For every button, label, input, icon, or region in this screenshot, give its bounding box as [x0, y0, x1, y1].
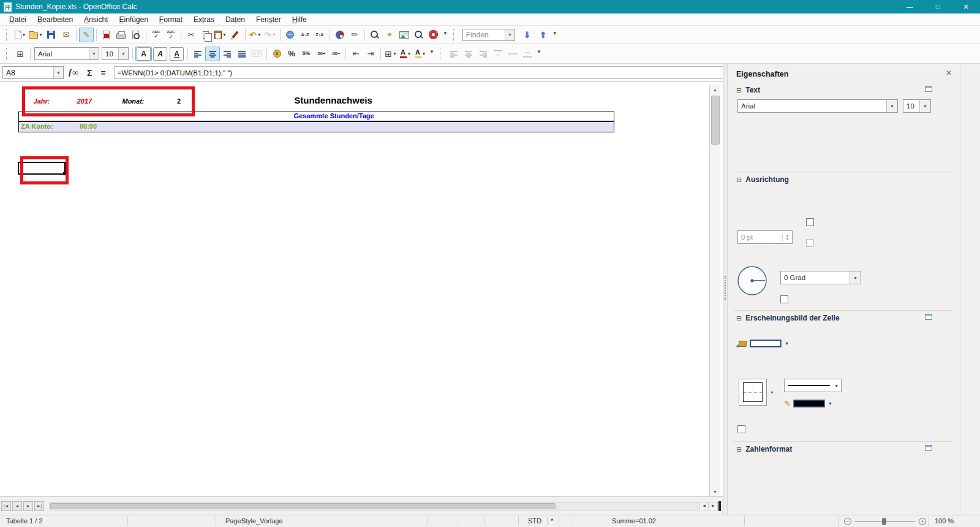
zoom-slider-thumb[interactable] — [882, 518, 886, 525]
chevron-down-icon[interactable]: ▼ — [919, 100, 930, 112]
find-input[interactable]: Finden▼ — [462, 29, 515, 41]
percent-format-button[interactable]: % — [284, 47, 299, 61]
redo-button[interactable]: ↷▼ — [263, 28, 277, 42]
name-box[interactable]: A8 ▼ — [2, 66, 64, 79]
open-button[interactable]: ▼ — [28, 28, 44, 42]
left-indent-spinner[interactable]: 0 pt ▲▼ — [737, 230, 793, 244]
close-button[interactable]: ✕ — [952, 0, 980, 13]
standard-format-button[interactable]: $% — [299, 47, 314, 61]
cell-background-dropdown[interactable]: ▼ — [739, 339, 789, 347]
scroll-right-icon[interactable]: ► — [709, 502, 718, 510]
sidebar-font-name-combo[interactable]: Arial▼ — [737, 99, 898, 113]
decrease-indent-button[interactable]: ⇤ — [349, 47, 363, 61]
zoom-slider[interactable]: − + — [844, 517, 926, 526]
stacked-checkbox[interactable] — [780, 295, 788, 303]
text-dialog-launcher-icon[interactable] — [925, 86, 932, 92]
background-color-button[interactable]: A▼ — [413, 47, 428, 61]
section-text[interactable]: ⊟Text — [736, 86, 760, 94]
object-align-right-button[interactable] — [476, 47, 491, 61]
borders-button[interactable]: ⊞▼ — [383, 47, 398, 61]
number-format-dialog-launcher-icon[interactable] — [925, 445, 932, 451]
align-center-button[interactable] — [205, 47, 220, 61]
align-left-button[interactable] — [190, 47, 205, 61]
find-previous-button[interactable]: ⇑ — [536, 28, 551, 42]
toolbar-overflow-icon[interactable]: ▼ — [429, 49, 434, 55]
menu-extras[interactable]: Extras — [188, 14, 220, 25]
toolbar-overflow-icon[interactable]: ▼ — [443, 31, 448, 36]
show-draw-functions-button[interactable]: ✏ — [347, 28, 362, 42]
currency-format-button[interactable]: $ — [270, 47, 284, 61]
font-color-button[interactable]: A▼ — [398, 47, 413, 61]
zoom-out-icon[interactable]: − — [844, 518, 851, 525]
vertical-scroll-thumb[interactable] — [711, 96, 720, 145]
save-button[interactable] — [44, 28, 59, 42]
function-wizard-icon[interactable]: ƒ∞ — [68, 68, 78, 78]
object-align-top-button[interactable] — [491, 47, 505, 61]
menu-hilfe[interactable]: Hilfe — [287, 14, 312, 25]
summary-values-band[interactable]: ZA Konto: 00:00 — [18, 121, 614, 132]
cell-appearance-dialog-launcher-icon[interactable] — [925, 314, 932, 320]
last-sheet-icon[interactable]: ►| — [34, 501, 44, 511]
toolbar-overflow-icon[interactable]: ▼ — [552, 31, 557, 36]
previous-sheet-icon[interactable]: ◄ — [12, 501, 22, 511]
navigator-button[interactable]: ✦ — [382, 28, 397, 42]
delete-decimal-place-button[interactable]: .00− — [328, 47, 343, 61]
find-next-button[interactable]: ⇓ — [520, 28, 535, 42]
edit-mode-button[interactable]: ✎ — [79, 28, 94, 42]
spellcheck-button[interactable]: ABC✓ — [149, 28, 164, 42]
page-style[interactable]: PageStyle_Vorlage — [225, 517, 283, 525]
add-decimal-place-button[interactable]: .00+ — [314, 47, 328, 61]
menu-fenster[interactable]: Fenster — [251, 14, 287, 25]
insert-chart-button[interactable] — [333, 28, 347, 42]
chevron-down-icon[interactable]: ▼ — [850, 271, 861, 284]
rotation-combo[interactable]: 0 Grad▼ — [780, 271, 861, 284]
menu-ansicht[interactable]: Ansicht — [78, 14, 113, 25]
merge-cells-button[interactable] — [249, 47, 264, 61]
page-preview-button[interactable] — [129, 28, 143, 42]
object-align-left-button[interactable] — [447, 47, 461, 61]
sum-icon[interactable]: Σ — [87, 68, 92, 78]
formula-input[interactable]: =WENN(D1> 0;DATUM(B1;D1;1);" ") — [114, 66, 723, 79]
gridlines-checkbox[interactable] — [737, 425, 745, 433]
chevron-down-icon[interactable]: ▼ — [118, 48, 128, 59]
vertical-scrollbar[interactable]: ▲ ▼ — [709, 85, 720, 496]
scroll-up-icon[interactable]: ▲ — [710, 85, 720, 94]
chevron-down-icon[interactable]: ▼ — [89, 48, 99, 59]
menu-bearbeiten[interactable]: Bearbeiten — [32, 14, 78, 25]
minimize-button[interactable]: — — [895, 0, 924, 13]
first-sheet-icon[interactable]: |◄ — [1, 501, 11, 511]
menu-einfgen[interactable]: Einfügen — [113, 14, 153, 25]
object-align-center-button[interactable] — [461, 47, 476, 61]
section-alignment[interactable]: ⊟Ausrichtung — [736, 175, 789, 184]
section-cell-appearance[interactable]: ⊟Erscheinungsbild der Zelle — [736, 314, 840, 322]
align-right-button[interactable] — [220, 47, 235, 61]
format-paintbrush-button[interactable] — [228, 28, 243, 42]
object-align-bottom-button[interactable] — [520, 47, 535, 61]
chevron-down-icon[interactable]: ▼ — [886, 100, 897, 112]
menu-daten[interactable]: Daten — [220, 14, 251, 25]
menu-format[interactable]: Format — [154, 14, 188, 25]
gallery-button[interactable] — [397, 28, 412, 42]
object-align-middle-button[interactable] — [505, 47, 520, 61]
align-justify-button[interactable] — [235, 47, 249, 61]
merge-cells-checkbox[interactable] — [806, 239, 814, 247]
sort-ascending-button[interactable]: A↓Z — [298, 28, 312, 42]
scroll-down-icon[interactable]: ▼ — [710, 487, 720, 496]
increase-indent-button[interactable]: ⇥ — [363, 47, 378, 61]
chevron-down-icon[interactable]: ▼ — [53, 67, 63, 78]
sheet-grid[interactable]: Jahr: 2017 Monat: 2 Stundennachweis Gesa… — [0, 85, 720, 496]
bold-button[interactable]: A — [135, 47, 152, 61]
section-number-format[interactable]: ⊞Zahlenformat — [736, 445, 792, 453]
zoom-level[interactable]: 100 % — [935, 517, 954, 525]
undo-button[interactable]: ↶▼ — [248, 28, 263, 42]
underline-button[interactable]: A — [168, 47, 185, 61]
italic-button[interactable]: A — [152, 47, 168, 61]
copy-button[interactable] — [198, 28, 213, 42]
zoom-in-icon[interactable]: + — [919, 518, 926, 525]
auto-spellcheck-button[interactable]: ABC✓ — [164, 28, 178, 42]
hyperlink-button[interactable] — [283, 28, 298, 42]
border-picker[interactable] — [739, 379, 767, 406]
sheet-title[interactable]: Stundennachweis — [205, 93, 462, 107]
wrap-text-checkbox[interactable] — [806, 218, 814, 226]
border-line-style-combo[interactable]: ▼ — [784, 379, 842, 392]
